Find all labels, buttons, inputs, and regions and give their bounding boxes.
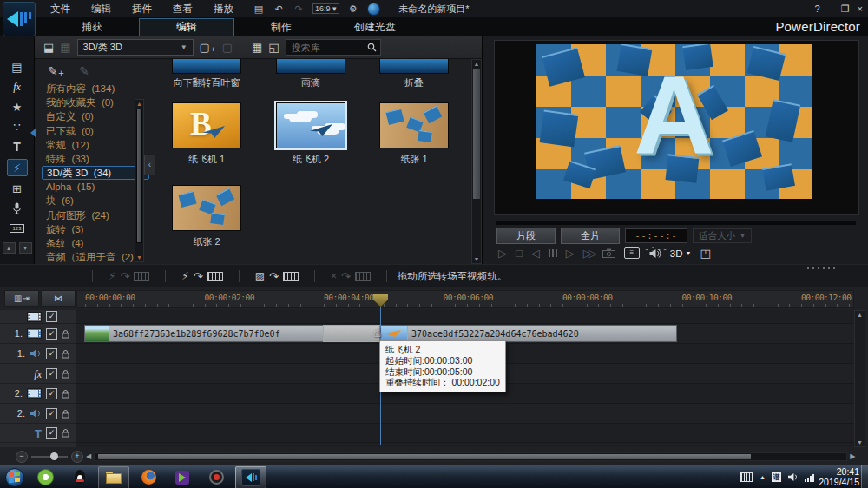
rail-scroll-down-icon[interactable]: ▾ (19, 242, 32, 254)
timecode-display[interactable]: --:--:--:-- (625, 228, 687, 243)
previous-frame-icon[interactable]: ◁ (531, 247, 540, 260)
lock-icon[interactable] (62, 349, 69, 359)
scroll-down-icon[interactable]: ▼ (855, 439, 865, 445)
panel-resize-handle[interactable] (807, 267, 837, 269)
menu-查看[interactable]: 查看 (162, 3, 203, 16)
detach-preview-icon[interactable]: ◳ (700, 247, 711, 260)
scrollbar-thumb[interactable] (136, 109, 142, 243)
zoom-slider[interactable] (31, 456, 68, 458)
taskbar-file-explorer[interactable] (98, 466, 129, 488)
minimize-button[interactable]: – (828, 3, 833, 14)
taskbar-powerdirector[interactable] (235, 466, 266, 488)
tab-制作[interactable]: 制作 (234, 17, 328, 36)
transition-thumb-纸张 2[interactable] (172, 185, 241, 231)
add-tag-icon[interactable]: ✎₊ (48, 64, 64, 78)
tray-expand-icon[interactable]: ▲ (760, 474, 766, 480)
category-scrollbar[interactable]: ▲ ▼ (135, 99, 144, 262)
track-row[interactable] (76, 310, 854, 324)
zoom-in-icon[interactable]: + (71, 451, 83, 463)
track-manager-button[interactable]: ▥⇥ (4, 290, 39, 307)
apply-fading-to-all-button[interactable]: ⚡ ↷ (93, 270, 165, 283)
snap-button[interactable]: ⋈ (41, 290, 76, 307)
track-row[interactable] (76, 404, 854, 424)
play-icon[interactable]: ▷ (498, 247, 507, 260)
zoom-slider-knob[interactable] (50, 452, 58, 460)
folder-icon[interactable]: ▢ (222, 41, 233, 54)
transition-thumb-纸张 1[interactable] (379, 102, 449, 148)
category-我的收藏夹[interactable]: 我的收藏夹 (0) (42, 96, 149, 109)
category-已下载[interactable]: 已下载 (0) (42, 124, 149, 138)
taskbar-clock[interactable]: 20:41 2019/4/15 (819, 467, 859, 487)
menu-播放[interactable]: 播放 (203, 3, 244, 16)
category-Alpha[interactable]: Alpha (15) (42, 180, 149, 194)
search-input[interactable] (290, 42, 365, 54)
menu-编辑[interactable]: 编辑 (81, 3, 122, 16)
scroll-down-icon[interactable]: ▼ (135, 254, 143, 260)
media-room-icon[interactable]: ▤ (8, 59, 27, 75)
lock-icon[interactable] (62, 428, 69, 438)
scroll-up-icon[interactable]: ▲ (472, 61, 481, 67)
volume-tray-icon[interactable] (787, 472, 799, 482)
clip-mode-button[interactable]: 片段 (496, 228, 556, 244)
category-旋转[interactable]: 旋转 (3) (42, 222, 149, 236)
effect-room-icon[interactable]: fx (8, 79, 27, 95)
capture-media-icon[interactable]: ▦ (60, 41, 70, 54)
transition-room-icon[interactable]: ⚡ (7, 159, 28, 176)
snapshot-camera-icon[interactable] (602, 248, 615, 258)
transition-drop-zone[interactable] (323, 325, 381, 342)
category-3D/类 3D[interactable]: 3D/类 3D (34) (42, 166, 149, 180)
lock-icon[interactable] (62, 389, 69, 399)
track-enable-checkbox[interactable]: ✓ (46, 408, 57, 419)
menu-插件[interactable]: 插件 (122, 3, 162, 16)
stop-icon[interactable]: □ (516, 247, 523, 260)
lock-icon[interactable] (62, 329, 69, 339)
start-button[interactable] (3, 468, 26, 487)
restore-button[interactable]: ❐ (841, 3, 850, 15)
preview-seek-bar[interactable] (496, 221, 856, 225)
next-frame-icon[interactable]: ▷ (566, 247, 575, 260)
pip-objects-room-icon[interactable]: ★ (8, 99, 27, 115)
keyboard-tray-icon[interactable] (740, 472, 753, 482)
rail-scroll-up-icon[interactable]: ▴ (3, 242, 16, 254)
track-enable-checkbox[interactable]: ✓ (46, 348, 57, 359)
title-room-icon[interactable]: T (8, 139, 27, 155)
fit-size-dropdown[interactable]: 适合大小▼ (693, 228, 752, 243)
fast-forward-icon[interactable]: ▷▷ (583, 247, 594, 260)
taskbar-screen-recorder-play[interactable] (168, 467, 197, 488)
search-icon[interactable] (367, 43, 377, 52)
timeline-ruler[interactable]: 00:00:00:0000:00:02:0000:00:04:0000:00:0… (76, 290, 854, 308)
transition-thumb-向下翻转百叶窗[interactable] (172, 59, 241, 74)
track-enable-checkbox[interactable]: ✓ (46, 388, 57, 399)
menu-文件[interactable]: 文件 (40, 3, 81, 16)
category-条纹[interactable]: 条纹 (4) (42, 236, 149, 250)
new-folder-icon[interactable]: ▢₊ (200, 41, 216, 54)
taskbar-firefox[interactable] (134, 467, 163, 488)
movie-mode-button[interactable]: 全片 (561, 228, 620, 244)
taskbar-recorder[interactable] (201, 467, 231, 488)
category-几何图形[interactable]: 几何图形 (24) (42, 208, 149, 222)
taskbar-browser-360[interactable] (30, 467, 60, 488)
track-enable-checkbox[interactable]: ✓ (46, 368, 57, 379)
thumbnails-scrollbar[interactable]: ▲ ▼ (471, 59, 482, 264)
scroll-right-icon[interactable]: ▶ (850, 452, 855, 460)
audio-mixing-room-icon[interactable]: ⊞ (8, 181, 27, 196)
category-所有内容[interactable]: 所有内容 (134) (42, 82, 149, 96)
transition-thumb-折叠[interactable] (379, 59, 449, 74)
preview-quality-icon[interactable]: ≡ (624, 247, 640, 259)
taskbar-qq[interactable] (64, 467, 94, 488)
apply-selected-to-all-button[interactable]: ▨ ↷ (240, 270, 314, 283)
show-desktop-button[interactable] (861, 465, 868, 488)
timeline-vertical-scrollbar[interactable]: ▲ ▼ (854, 310, 865, 447)
category-常规[interactable]: 常规 (12) (42, 138, 149, 152)
category-特殊[interactable]: 特殊 (33) (42, 152, 149, 166)
category-块[interactable]: 块 (6) (42, 194, 149, 208)
voice-over-room-icon[interactable] (8, 201, 27, 216)
chapter-room-icon[interactable]: 123 (8, 221, 27, 236)
scroll-down-icon[interactable]: ▼ (472, 256, 481, 262)
help-button[interactable]: ? (814, 3, 819, 14)
remove-all-transitions-button[interactable]: × ↷ (315, 270, 386, 283)
tab-创建光盘[interactable]: 创建光盘 (328, 17, 422, 36)
transition-thumb-雨滴[interactable] (276, 59, 345, 74)
scrollbar-thumb[interactable] (98, 454, 751, 459)
track-enable-checkbox[interactable]: ✓ (46, 328, 57, 340)
